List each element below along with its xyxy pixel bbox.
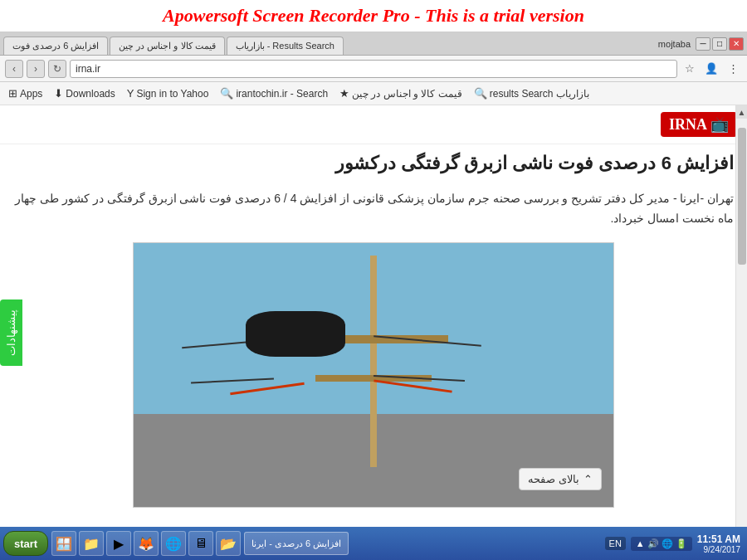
apps-icon: ⊞ xyxy=(8,87,17,100)
irna-logo-icon: 📺 xyxy=(710,115,729,134)
maximize-button[interactable]: □ xyxy=(712,37,727,51)
bookmark-results[interactable]: 🔍 results Search بازاریاب xyxy=(471,85,593,101)
tab-2-label: قیمت کالا و اجناس در چین xyxy=(119,41,215,51)
title-user: mojtaba xyxy=(658,39,691,49)
start-button[interactable]: start xyxy=(3,531,48,556)
taskbar-middle: افزایش 6 درصدی - ایرنا xyxy=(241,532,604,555)
page-content: 📺 IRNA افزایش 6 درصدی فوت ناشی ازبرق گرف… xyxy=(0,105,747,560)
scroll-up-arrow[interactable]: ▲ xyxy=(736,105,748,119)
back-to-top-arrow: ⌃ xyxy=(583,473,593,485)
irna-logo: 📺 IRNA xyxy=(661,112,737,137)
close-button[interactable]: ✕ xyxy=(729,37,744,51)
bookmark-downloads[interactable]: ⬇ Downloads xyxy=(51,85,118,101)
bookmark-price[interactable]: ★ قیمت کالا و اجناس در چین xyxy=(336,85,466,101)
forward-button[interactable]: › xyxy=(27,60,45,78)
bookmark-downloads-label: Downloads xyxy=(66,88,115,100)
taskbar: start 🪟 📁 ▶ 🦊 🌐 🖥 📂 افزایش 6 درصدی - ایر… xyxy=(0,527,747,560)
tab-bar: افزایش 6 درصدی فوت قیمت کالا و اجناس در … xyxy=(3,32,658,55)
clock: 11:51 AM 9/24/2017 xyxy=(697,533,740,554)
title-bar: افزایش 6 درصدی فوت قیمت کالا و اجناس در … xyxy=(0,32,747,56)
taskbar-app-firefox[interactable]: 🦊 xyxy=(134,531,159,556)
address-bar[interactable]: irna.ir xyxy=(70,60,677,78)
taskbar-window[interactable]: افزایش 6 درصدی - ایرنا xyxy=(244,532,349,555)
irna-logo-text: IRNA xyxy=(669,116,707,134)
taskbar-window-label: افزایش 6 درصدی - ایرنا xyxy=(251,538,341,549)
clock-time: 11:51 AM xyxy=(697,533,740,545)
taskbar-app-browser[interactable]: 🌐 xyxy=(161,531,186,556)
tab-3[interactable]: بازاریاب - Results Search xyxy=(227,37,344,55)
content-area: پیشنهادات 📺 IRNA افزایش 6 درصدی فوت ناشی… xyxy=(0,105,747,560)
taskbar-app-windows[interactable]: 🪟 xyxy=(51,531,76,556)
back-to-top-label: بالای صفحه xyxy=(528,473,579,485)
yahoo-icon: Y xyxy=(127,87,134,100)
power-pole xyxy=(370,256,377,466)
taskbar-app-explorer[interactable]: 🖥 xyxy=(188,531,213,556)
star-icon[interactable]: ☆ xyxy=(681,60,699,78)
tray-icon-1: ▲ xyxy=(636,538,645,548)
tray-icon-4: 🔋 xyxy=(676,538,687,549)
worker-silhouette xyxy=(246,311,345,357)
back-to-top-button[interactable]: ⌃ بالای صفحه xyxy=(519,468,602,490)
trial-banner: Apowersoft Screen Recorder Pro - This is… xyxy=(0,0,747,32)
article-image: ⌃ بالای صفحه xyxy=(133,242,614,508)
irna-header: 📺 IRNA xyxy=(0,105,747,144)
article-body: تهران -ایرنا - مدیر کل دفتر تشریح و بررس… xyxy=(0,183,747,236)
scrollbar[interactable]: ▲ ▼ xyxy=(735,105,747,560)
results-icon: 🔍 xyxy=(474,87,487,100)
download-icon: ⬇ xyxy=(54,87,63,100)
user-icon[interactable]: 👤 xyxy=(702,60,720,78)
clock-date: 9/24/2017 xyxy=(697,545,740,554)
bookmark-apps[interactable]: ⊞ Apps xyxy=(5,85,46,101)
taskbar-app-folder[interactable]: 📁 xyxy=(79,531,104,556)
suggestions-bar: پیشنهادات xyxy=(0,299,22,366)
scroll-thumb[interactable] xyxy=(738,128,746,264)
address-text: irna.ir xyxy=(76,63,100,75)
taskbar-right: EN ▲ 🔊 🌐 🔋 11:51 AM 9/24/2017 xyxy=(605,533,744,554)
system-tray: ▲ 🔊 🌐 🔋 xyxy=(631,537,692,551)
window-controls: ─ □ ✕ xyxy=(696,37,744,51)
taskbar-app-files[interactable]: 📂 xyxy=(216,531,241,556)
refresh-button[interactable]: ↻ xyxy=(48,60,66,78)
bookmark-irantochin-label: irantochin.ir - Search xyxy=(236,88,328,100)
taskbar-app-media[interactable]: ▶ xyxy=(106,531,131,556)
bookmark-apps-label: Apps xyxy=(20,88,42,100)
back-button[interactable]: ‹ xyxy=(5,60,23,78)
tab-2[interactable]: قیمت کالا و اجناس در چین xyxy=(110,37,224,55)
tray-icon-2: 🔊 xyxy=(647,538,659,549)
article-title: افزایش 6 درصدی فوت ناشی ازبرق گرفتگی درک… xyxy=(0,144,747,183)
tab-1-label: افزایش 6 درصدی فوت xyxy=(12,41,99,51)
tab-1[interactable]: افزایش 6 درصدی فوت xyxy=(3,37,108,55)
bookmark-price-label: قیمت کالا و اجناس در چین xyxy=(352,88,462,100)
bookmarks-bar: ⊞ Apps ⬇ Downloads Y Sign in to Yahoo 🔍 … xyxy=(0,82,747,105)
bookmark-results-label: results Search بازاریاب xyxy=(490,88,589,100)
language-badge[interactable]: EN xyxy=(605,537,626,550)
bookmark-yahoo[interactable]: Y Sign in to Yahoo xyxy=(124,85,212,101)
navigation-toolbar: ‹ › ↻ irna.ir ☆ 👤 ⋮ xyxy=(0,56,747,82)
bookmark-irantochin[interactable]: 🔍 irantochin.ir - Search xyxy=(217,85,331,101)
price-icon: ★ xyxy=(339,87,349,100)
menu-icon[interactable]: ⋮ xyxy=(724,60,742,78)
suggestions-tab[interactable]: پیشنهادات xyxy=(0,299,22,366)
irantochin-icon: 🔍 xyxy=(220,87,233,100)
browser-window: Apowersoft Screen Recorder Pro - This is… xyxy=(0,0,747,560)
taskbar-apps: 🪟 📁 ▶ 🦊 🌐 🖥 📂 xyxy=(51,531,241,556)
minimize-button[interactable]: ─ xyxy=(696,37,710,51)
bookmark-yahoo-label: Sign in to Yahoo xyxy=(136,88,208,100)
tray-icon-3: 🌐 xyxy=(662,538,673,549)
toolbar-icons: ☆ 👤 ⋮ xyxy=(681,60,742,78)
tab-3-label: بازاریاب - Results Search xyxy=(236,41,334,51)
